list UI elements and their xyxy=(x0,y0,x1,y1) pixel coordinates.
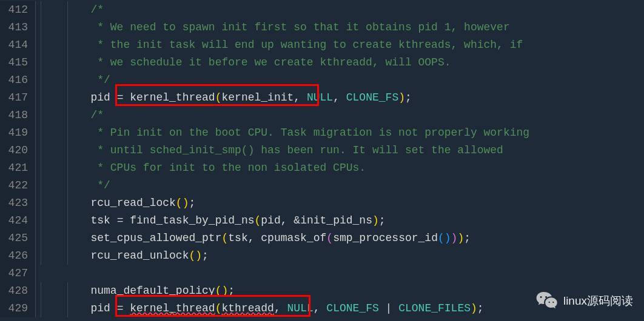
code-token: ) xyxy=(183,197,189,209)
indent-guide xyxy=(41,300,41,317)
code-token: ( xyxy=(215,91,222,104)
comment-token: * Pin init on the boot CPU. Task migrati… xyxy=(38,127,529,139)
code-token: ) xyxy=(444,232,451,244)
code-line[interactable]: pid = kernel_thread(kernel_init, NULL, C… xyxy=(38,89,644,107)
indent-guide xyxy=(67,282,68,300)
indent-guide xyxy=(67,71,68,89)
indent-guide xyxy=(67,19,68,36)
code-token: CLONE_FS xyxy=(346,91,398,104)
code-line[interactable] xyxy=(38,265,644,282)
code-line[interactable]: /* xyxy=(38,1,644,19)
line-number: 424 xyxy=(0,212,28,230)
indent-guide xyxy=(41,282,41,300)
line-number: 413 xyxy=(0,19,28,36)
watermark-text: linux源码阅读 xyxy=(563,292,633,309)
code-token: ) xyxy=(457,232,464,244)
line-number: 428 xyxy=(0,282,28,300)
code-token: , xyxy=(274,302,287,314)
comment-token: */ xyxy=(38,74,110,86)
code-line[interactable]: rcu_read_unlock(); xyxy=(38,247,644,265)
code-token: tsk xyxy=(228,232,247,244)
code-token: kernel_init xyxy=(222,91,294,104)
code-line[interactable]: * the init task will end up wanting to c… xyxy=(38,36,644,54)
code-token: ; xyxy=(405,91,412,104)
code-line[interactable]: * CPUs for init to the non isolated CPUs… xyxy=(38,159,644,177)
line-number: 425 xyxy=(0,230,28,247)
code-token: & xyxy=(293,214,300,227)
line-number: 423 xyxy=(0,194,28,212)
code-token: ) xyxy=(195,250,202,262)
wechat-icon xyxy=(535,291,558,310)
code-token: kernel_thread xyxy=(130,91,215,104)
indent-guide xyxy=(41,36,41,54)
code-token: ) xyxy=(372,214,379,227)
comment-token: /* xyxy=(38,109,104,121)
comment-token: * the init task will end up wanting to c… xyxy=(38,39,523,51)
indent-guide xyxy=(41,107,41,124)
code-token: = xyxy=(117,214,130,227)
code-line[interactable]: */ xyxy=(38,177,644,194)
code-token: ) xyxy=(471,302,477,314)
line-number: 415 xyxy=(0,54,28,71)
code-line[interactable]: * Pin init on the boot CPU. Task migrati… xyxy=(38,124,644,142)
line-number: 418 xyxy=(0,107,28,124)
code-token: rcu_read_unlock xyxy=(90,250,189,262)
comment-token: * we schedule it before we create kthrea… xyxy=(38,56,451,68)
indent-guide xyxy=(41,1,41,19)
code-line[interactable]: tsk = find_task_by_pid_ns(pid, &init_pid… xyxy=(38,212,644,230)
line-number: 417 xyxy=(0,89,28,107)
line-number: 414 xyxy=(0,36,28,54)
line-number: 420 xyxy=(0,142,28,159)
indent-guide xyxy=(67,177,68,194)
watermark: linux源码阅读 xyxy=(535,291,633,310)
line-number: 422 xyxy=(0,177,28,194)
indent-guide xyxy=(67,36,68,54)
code-token: NULL xyxy=(307,91,333,104)
indent-guide xyxy=(41,177,41,194)
code-token: | xyxy=(379,302,398,314)
code-token: ( xyxy=(215,302,222,314)
code-token: kernel_thread xyxy=(130,302,215,314)
code-line[interactable]: /* xyxy=(38,107,644,124)
indent-guide xyxy=(41,142,41,159)
indent-guide xyxy=(41,212,41,230)
code-token: ; xyxy=(189,197,195,209)
code-content-area[interactable]: /* * We need to spawn init first so that… xyxy=(35,1,644,317)
code-line[interactable]: * we schedule it before we create kthrea… xyxy=(38,54,644,71)
indent-guide xyxy=(41,194,41,212)
code-token: ) xyxy=(451,232,458,244)
indent-guide xyxy=(41,54,41,71)
code-token: find_task_by_pid_ns xyxy=(130,214,254,227)
line-number: 416 xyxy=(0,71,28,89)
code-token: ; xyxy=(228,285,235,297)
indent-guide xyxy=(67,159,68,177)
code-token: NULL xyxy=(287,302,314,314)
indent-guide xyxy=(67,89,68,107)
code-line[interactable]: * until sched_init_smp() has been run. I… xyxy=(38,142,644,159)
comment-token: * until sched_init_smp() has been run. I… xyxy=(38,144,503,156)
indent-guide xyxy=(41,159,41,177)
code-token: ; xyxy=(379,214,386,227)
indent-guide xyxy=(67,107,68,124)
line-number: 427 xyxy=(0,265,28,282)
indent-guide xyxy=(67,142,68,159)
code-line[interactable]: rcu_read_lock(); xyxy=(38,194,644,212)
indent-guide xyxy=(67,212,68,230)
code-token: , xyxy=(293,91,307,104)
code-line[interactable]: set_cpus_allowed_ptr(tsk, cpumask_of(smp… xyxy=(38,230,644,247)
code-token: numa_default_policy xyxy=(90,285,215,297)
indent-guide xyxy=(67,300,68,317)
code-token: pid xyxy=(90,91,116,104)
comment-token: * CPUs for init to the non isolated CPUs… xyxy=(38,162,366,174)
code-line[interactable]: */ xyxy=(38,71,644,89)
code-token: ; xyxy=(464,232,471,244)
code-token: ) xyxy=(221,285,228,297)
indent-guide xyxy=(67,230,68,247)
code-token: , xyxy=(248,232,261,244)
code-line[interactable]: * We need to spawn init first so that it… xyxy=(38,19,644,36)
code-token: ( xyxy=(254,214,261,227)
indent-guide xyxy=(67,124,68,142)
code-token: ( xyxy=(189,250,195,262)
code-token: smp_processor_id xyxy=(333,232,438,244)
line-number: 419 xyxy=(0,124,28,142)
